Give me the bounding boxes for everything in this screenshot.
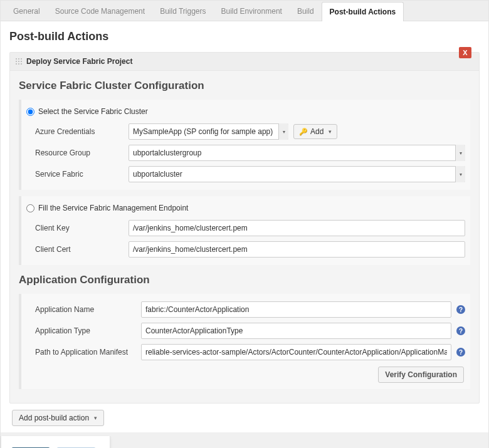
service-fabric-row: Service Fabric ubportalcluster ▾ — [26, 164, 465, 185]
service-fabric-label: Service Fabric — [26, 170, 124, 179]
key-icon: 🔑 — [299, 128, 308, 136]
app-type-label: Application Type — [26, 326, 136, 335]
add-post-build-row: Add post-build action — [9, 404, 480, 429]
manifest-path-row: Path to Application Manifest ? — [26, 341, 465, 363]
cluster-endpoint-panel: Fill the Service Fabric Management Endpo… — [19, 196, 470, 265]
drag-handle-icon[interactable] — [15, 58, 23, 65]
select-cluster-radio[interactable] — [26, 108, 34, 116]
select-cluster-radio-label: Select the Service Fabric Cluster — [38, 107, 148, 116]
cluster-config-section: Service Fabric Cluster Configuration Sel… — [10, 80, 479, 265]
app-config-panel: Application Name ? Application Type ? Pa… — [19, 294, 470, 389]
tab-build-triggers[interactable]: Build Triggers — [152, 2, 213, 21]
fill-endpoint-radio-label: Fill the Service Fabric Management Endpo… — [38, 204, 188, 212]
client-cert-input[interactable] — [129, 241, 465, 258]
service-fabric-select[interactable]: ubportalcluster — [129, 166, 465, 182]
client-key-label: Client Key — [26, 224, 124, 232]
client-key-input[interactable] — [129, 220, 465, 236]
azure-credentials-select[interactable]: MySampleApp (SP config for sample app) — [129, 123, 288, 140]
app-type-input[interactable] — [141, 323, 451, 339]
step-title: Deploy Service Fabric Project — [26, 57, 132, 66]
cluster-config-heading: Service Fabric Cluster Configuration — [19, 80, 470, 92]
save-apply-bar: Save Apply — [1, 436, 110, 448]
tab-build[interactable]: Build — [290, 2, 322, 21]
client-key-row: Client Key — [26, 217, 465, 239]
resource-group-label: Resource Group — [26, 148, 124, 157]
config-body: Post-build Actions X Deploy Service Fabr… — [1, 21, 488, 430]
app-type-row: Application Type ? — [26, 320, 465, 341]
page-title: Post-build Actions — [9, 30, 480, 43]
add-post-build-label: Add post-build action — [19, 414, 89, 422]
delete-step-button[interactable]: X — [459, 47, 471, 58]
azure-credentials-row: Azure Credentials MySampleApp (SP config… — [26, 121, 465, 142]
resource-group-row: Resource Group ubportalclustergroup ▾ — [26, 142, 465, 164]
config-tabs: General Source Code Management Build Tri… — [1, 1, 488, 21]
help-icon[interactable]: ? — [456, 348, 465, 357]
help-icon[interactable]: ? — [456, 326, 465, 335]
help-icon[interactable]: ? — [456, 305, 465, 314]
app-config-section: Application Configuration Application Na… — [10, 274, 479, 389]
app-name-row: Application Name ? — [26, 299, 465, 320]
resource-group-select[interactable]: ubportalclustergroup — [129, 145, 465, 161]
add-credentials-button[interactable]: 🔑 Add — [293, 124, 337, 139]
step-header[interactable]: Deploy Service Fabric Project — [10, 53, 479, 71]
add-post-build-action-button[interactable]: Add post-build action — [12, 410, 104, 426]
deploy-service-fabric-step: X Deploy Service Fabric Project Service … — [9, 52, 480, 404]
verify-row: Verify Configuration — [26, 363, 465, 384]
client-cert-label: Client Cert — [26, 245, 124, 254]
manifest-path-input[interactable] — [141, 344, 451, 360]
app-config-heading: Application Configuration — [19, 274, 470, 286]
verify-configuration-button[interactable]: Verify Configuration — [378, 367, 464, 383]
tab-post-build-actions[interactable]: Post-build Actions — [322, 2, 404, 21]
cluster-select-panel: Select the Service Fabric Cluster Azure … — [19, 100, 470, 190]
manifest-path-label: Path to Application Manifest — [26, 348, 136, 357]
tab-general[interactable]: General — [6, 2, 48, 21]
add-credentials-label: Add — [310, 127, 323, 136]
client-cert-row: Client Cert — [26, 239, 465, 260]
jenkins-job-config-page: General Source Code Management Build Tri… — [0, 0, 489, 448]
tab-scm[interactable]: Source Code Management — [48, 2, 152, 21]
select-cluster-radio-row: Select the Service Fabric Cluster — [26, 105, 465, 121]
app-name-label: Application Name — [26, 305, 136, 314]
azure-credentials-label: Azure Credentials — [26, 127, 124, 136]
tab-build-environment[interactable]: Build Environment — [214, 2, 290, 21]
fill-endpoint-radio-row: Fill the Service Fabric Management Endpo… — [26, 201, 465, 217]
app-name-input[interactable] — [141, 301, 451, 318]
fill-endpoint-radio[interactable] — [26, 204, 34, 212]
